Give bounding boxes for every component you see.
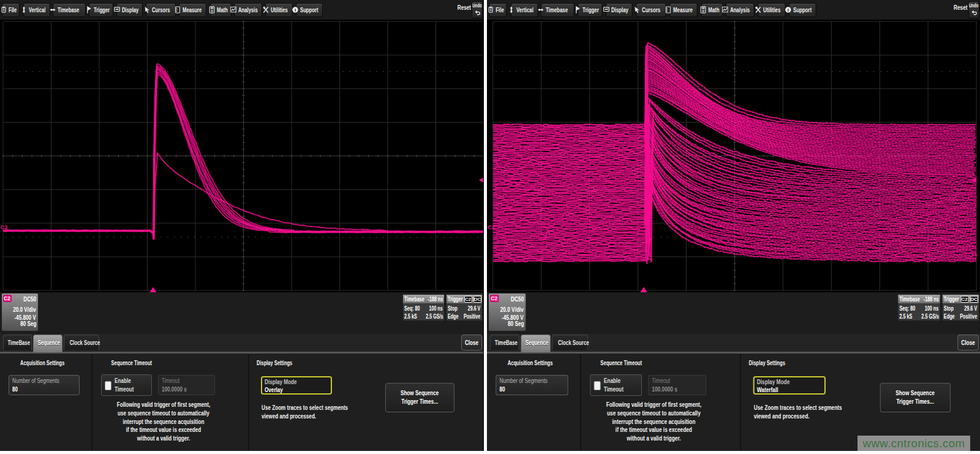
svg-text:C2: C2 — [1, 224, 8, 230]
svg-text:i: i — [788, 7, 789, 13]
svg-text:i: i — [295, 7, 296, 13]
svg-text:C2: C2 — [488, 224, 495, 230]
